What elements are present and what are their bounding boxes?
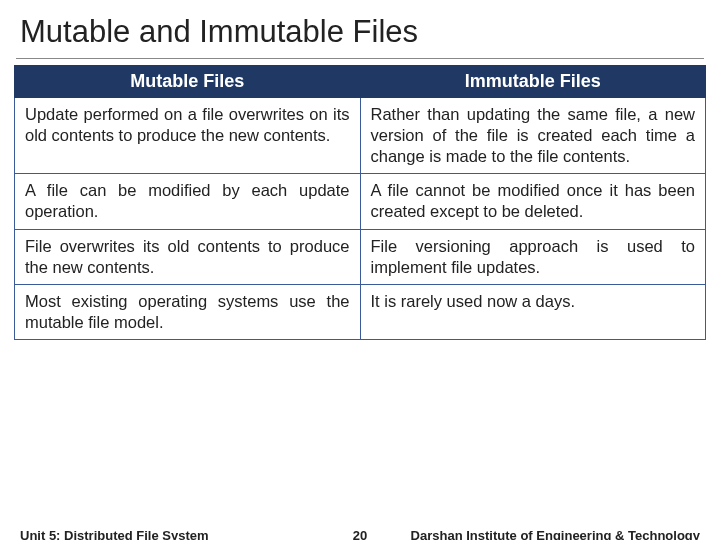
cell-immutable: It is rarely used now a days. <box>360 284 706 339</box>
cell-mutable: Update performed on a file overwrites on… <box>15 98 361 174</box>
cell-mutable: Most existing operating systems use the … <box>15 284 361 339</box>
table-row: File overwrites its old contents to prod… <box>15 229 706 284</box>
cell-mutable: File overwrites its old contents to prod… <box>15 229 361 284</box>
title-divider <box>16 58 704 59</box>
table-row: Update performed on a file overwrites on… <box>15 98 706 174</box>
slide-title: Mutable and Immutable Files <box>0 0 720 58</box>
cell-immutable: A file cannot be modified once it has be… <box>360 174 706 229</box>
cell-mutable: A file can be modified by each update op… <box>15 174 361 229</box>
header-immutable: Immutable Files <box>360 66 706 98</box>
cell-immutable: Rather than updating the same file, a ne… <box>360 98 706 174</box>
table-row: A file can be modified by each update op… <box>15 174 706 229</box>
footer-institution: Darshan Institute of Engineering & Techn… <box>411 528 700 540</box>
header-mutable: Mutable Files <box>15 66 361 98</box>
table-header-row: Mutable Files Immutable Files <box>15 66 706 98</box>
cell-immutable: File versioning approach is used to impl… <box>360 229 706 284</box>
table-row: Most existing operating systems use the … <box>15 284 706 339</box>
comparison-table: Mutable Files Immutable Files Update per… <box>14 65 706 340</box>
